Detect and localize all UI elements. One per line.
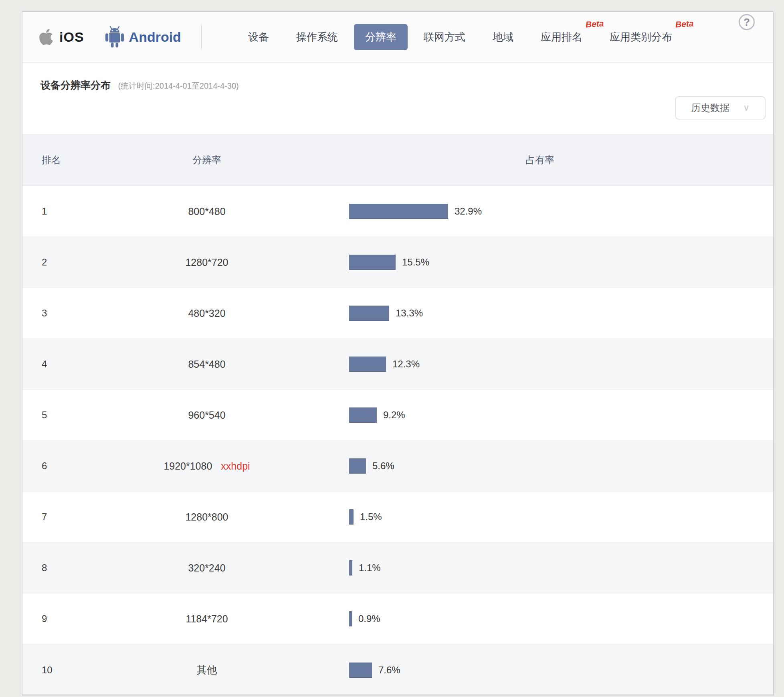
resolution-cell: 1280*800: [83, 511, 331, 523]
rank-cell: 7: [22, 511, 83, 523]
table-row: 10 其他 7.6%: [22, 644, 773, 695]
tab-app-ranking-label: 应用排名: [541, 31, 582, 43]
resolution-value: 480*320: [188, 308, 225, 319]
dropdown-value: 历史数据: [691, 101, 729, 114]
share-cell: 13.3%: [331, 306, 773, 321]
table-row: 9 1184*720 0.9%: [22, 594, 773, 644]
share-bar: [349, 255, 396, 270]
rank-cell: 5: [22, 409, 83, 421]
share-cell: 7.6%: [331, 663, 773, 678]
share-percent: 32.9%: [455, 206, 482, 217]
share-percent: 1.5%: [360, 511, 382, 523]
ios-platform-label[interactable]: iOS: [59, 29, 84, 45]
share-cell: 12.3%: [331, 357, 773, 372]
rank-cell: 10: [22, 665, 83, 676]
tab-network[interactable]: 联网方式: [412, 24, 477, 50]
android-platform-label[interactable]: Android: [129, 29, 181, 45]
share-percent: 13.3%: [396, 308, 423, 319]
date-range-label: (统计时间:2014-4-01至2014-4-30): [118, 81, 238, 90]
resolution-note: xxhdpi: [221, 460, 250, 472]
resolution-cell: 800*480: [83, 206, 331, 217]
table-row: 5 960*540 9.2%: [22, 390, 773, 441]
share-bar: [349, 509, 354, 525]
share-cell: 1.1%: [331, 560, 773, 575]
rank-cell: 6: [22, 460, 83, 472]
tab-app-ranking[interactable]: 应用排名 Beta: [529, 24, 594, 50]
resolution-value: 1280*800: [185, 511, 228, 523]
tab-app-category-label: 应用类别分布: [610, 31, 672, 43]
rank-cell: 8: [22, 562, 83, 573]
table-row: 6 1920*1080 xxhdpi 5.6%: [22, 441, 773, 492]
resolution-value: 1184*720: [186, 613, 228, 625]
resolution-value: 854*480: [188, 359, 225, 370]
top-navbar: iOS Android 设备 操作系统: [22, 12, 773, 63]
tab-app-category[interactable]: 应用类别分布 Beta: [598, 24, 683, 50]
table-header-row: 排名 分辨率 占有率: [22, 134, 773, 186]
resolution-cell: 其他: [83, 663, 331, 677]
share-percent: 1.1%: [359, 562, 381, 573]
share-percent: 0.9%: [358, 613, 380, 624]
tab-resolution[interactable]: 分辨率: [354, 24, 408, 50]
analytics-panel: iOS Android 设备 操作系统: [22, 11, 774, 695]
share-percent: 7.6%: [378, 665, 400, 676]
history-data-dropdown[interactable]: 历史数据 ∨: [675, 96, 766, 120]
resolution-cell: 854*480: [83, 359, 331, 370]
share-bar: [349, 560, 352, 575]
resolution-cell: 960*540: [83, 409, 331, 421]
rank-cell: 9: [22, 613, 83, 624]
resolution-value: 960*540: [188, 409, 225, 421]
resolution-cell: 1184*720: [83, 613, 331, 625]
table-row: 2 1280*720 15.5%: [22, 237, 773, 288]
nav-tabs: 设备 操作系统 分辨率 联网方式 地域 应用排名 Beta 应用类别分布 Bet…: [237, 24, 688, 50]
rank-cell: 3: [22, 308, 83, 319]
page-title: 设备分辨率分布: [40, 79, 111, 91]
platform-switcher: iOS Android: [38, 26, 181, 48]
share-bar: [349, 663, 372, 678]
resolution-cell: 1280*720: [83, 257, 331, 268]
share-bar: [349, 458, 366, 474]
resolution-value: 1920*1080: [164, 460, 212, 472]
resolution-value: 1280*720: [185, 257, 228, 268]
rank-column-header: 排名: [22, 154, 83, 166]
nav-divider: [201, 24, 202, 50]
resolution-value: 320*240: [188, 562, 225, 574]
resolution-cell: 480*320: [83, 308, 331, 319]
share-percent: 12.3%: [392, 359, 420, 370]
tab-os[interactable]: 操作系统: [285, 24, 349, 50]
table-row: 8 320*240 1.1%: [22, 543, 773, 594]
share-cell: 15.5%: [331, 255, 773, 270]
tab-region[interactable]: 地域: [481, 24, 525, 50]
table-row: 3 480*320 13.3%: [22, 288, 773, 339]
android-robot-icon[interactable]: [105, 26, 124, 48]
beta-badge: Beta: [675, 18, 694, 29]
tab-devices[interactable]: 设备: [237, 24, 280, 50]
share-cell: 32.9%: [331, 204, 773, 219]
apple-logo-icon[interactable]: [38, 28, 54, 46]
resolution-value: 800*480: [188, 206, 225, 217]
rank-cell: 4: [22, 359, 83, 370]
share-bar: [349, 204, 448, 219]
share-bar: [349, 357, 386, 372]
rank-cell: 2: [22, 257, 83, 268]
resolution-value: 其他: [197, 663, 217, 677]
help-icon[interactable]: ?: [739, 14, 755, 30]
share-cell: 1.5%: [331, 509, 773, 525]
share-cell: 5.6%: [331, 458, 773, 474]
resolution-cell: 1920*1080 xxhdpi: [83, 460, 331, 472]
resolution-column-header: 分辨率: [83, 154, 331, 166]
share-cell: 9.2%: [331, 407, 773, 423]
share-percent: 9.2%: [383, 409, 405, 421]
share-cell: 0.9%: [331, 611, 773, 626]
share-bar: [349, 611, 352, 626]
share-bar: [349, 306, 389, 321]
section-header: 设备分辨率分布 (统计时间:2014-4-01至2014-4-30) 历史数据 …: [22, 63, 773, 134]
chevron-down-icon: ∨: [743, 103, 750, 113]
rank-cell: 1: [22, 206, 83, 217]
share-bar: [349, 407, 377, 423]
share-column-header: 占有率: [331, 154, 773, 166]
share-percent: 15.5%: [402, 257, 429, 268]
table-row: 4 854*480 12.3%: [22, 339, 773, 390]
resolution-cell: 320*240: [83, 562, 331, 574]
share-percent: 5.6%: [372, 460, 394, 472]
table-row: 7 1280*800 1.5%: [22, 492, 773, 543]
